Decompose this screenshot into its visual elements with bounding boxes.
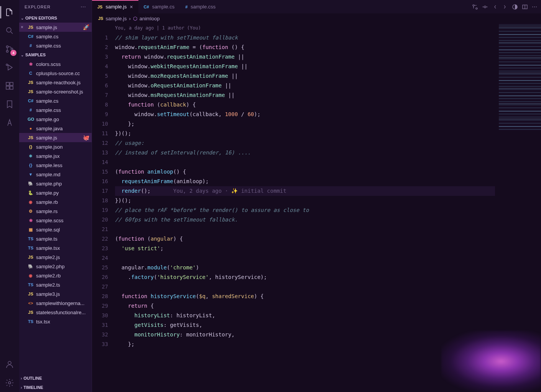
compare-changes-icon[interactable]: [472, 4, 478, 10]
code-line[interactable]: };: [115, 340, 495, 349]
file-tree-item[interactable]: 🐘sample2.php: [19, 262, 92, 271]
code-line[interactable]: [115, 282, 495, 292]
file-tree-item[interactable]: ⚙sample.rs: [19, 207, 92, 216]
file-tree-item[interactable]: GOsample.go: [19, 115, 92, 124]
file-tree-item[interactable]: JSsample2.js: [19, 253, 92, 262]
file-name: tsx.tsx: [36, 319, 50, 325]
file-tree-item[interactable]: ▦sample.sql: [19, 225, 92, 234]
explorer-activity[interactable]: [0, 3, 19, 21]
file-tree-item[interactable]: JSsample-reacthook.js: [19, 78, 92, 87]
atlassian-activity[interactable]: [0, 113, 19, 132]
bookmarks-activity[interactable]: [0, 95, 19, 113]
code-line[interactable]: [115, 253, 495, 263]
file-name: sample-screenshot.js: [36, 89, 83, 95]
file-tree-item[interactable]: C#sample.cs: [19, 96, 92, 105]
breadcrumb[interactable]: JS sample.js › ⬡ animloop: [92, 13, 541, 23]
editor-tab[interactable]: C#sample.cs: [138, 0, 180, 13]
code-line[interactable]: render(); You, 2 days ago · ✨ initial co…: [115, 186, 495, 196]
code-line[interactable]: window.requestAnimFrame = (function () {: [115, 43, 495, 52]
accounts-activity[interactable]: [0, 355, 19, 374]
sidebar-more-icon[interactable]: ⋯: [81, 4, 86, 10]
file-tree-item[interactable]: 🐍sample.py: [19, 188, 92, 197]
code-line[interactable]: getVisits: getVisits,: [115, 320, 495, 330]
search-activity[interactable]: [0, 21, 19, 40]
code-line[interactable]: (function animloop() {: [115, 167, 495, 177]
file-name: sample.cs: [36, 98, 59, 104]
file-tree-item[interactable]: TStsx.tsx: [19, 317, 92, 326]
code-line[interactable]: window.msRequestAnimationFrame ||: [115, 90, 495, 100]
file-tree-item[interactable]: TSsample2.ts: [19, 280, 92, 289]
file-tree-item[interactable]: JSsample-screenshot.js: [19, 87, 92, 96]
split-editor-icon[interactable]: [522, 4, 528, 10]
code-line[interactable]: })();: [115, 196, 495, 205]
file-tree-item[interactable]: ❀sample.scss: [19, 216, 92, 225]
code-line[interactable]: return window.requestAnimationFrame ||: [115, 52, 495, 62]
file-tree-item[interactable]: JSstatelessfunctionalre...: [19, 308, 92, 317]
debug-activity[interactable]: [0, 58, 19, 77]
code-line[interactable]: historyList: historyList,: [115, 311, 495, 320]
editor-tab[interactable]: #sample.css: [180, 0, 221, 13]
code-line[interactable]: monitorHistory: monitorHistory,: [115, 330, 495, 340]
file-tree-item[interactable]: JSsample.js🐙: [19, 133, 92, 142]
code-line[interactable]: requestAnimFrame(animloop);: [115, 177, 495, 186]
file-tree-item[interactable]: ●sample.java: [19, 124, 92, 133]
file-tree-item[interactable]: ▼sample.md: [19, 170, 92, 179]
code-line[interactable]: .factory('historyService', historyServic…: [115, 272, 495, 282]
file-tree-item[interactable]: ⚛sample.jsx: [19, 151, 92, 161]
code-line[interactable]: angular.module('chrome'): [115, 263, 495, 272]
code-line[interactable]: [115, 225, 495, 234]
file-tree-item[interactable]: 🐘sample.php: [19, 179, 92, 188]
file-tree-item[interactable]: {}sample.less: [19, 161, 92, 170]
scm-activity[interactable]: 4: [0, 40, 19, 58]
code-line[interactable]: // instead of setInterval(render, 16) ..…: [115, 148, 495, 157]
close-icon[interactable]: ×: [21, 25, 23, 30]
code-line[interactable]: // place the rAF *before* the render() t…: [115, 205, 495, 215]
editor-tab[interactable]: JSsample.js×: [92, 0, 138, 13]
code-line[interactable]: [115, 157, 495, 167]
minimap[interactable]: [499, 23, 541, 131]
code-line[interactable]: function (callback) {: [115, 100, 495, 110]
close-icon[interactable]: ×: [130, 4, 133, 10]
code-line[interactable]: (function (angular) {: [115, 234, 495, 244]
file-tree-item[interactable]: ❀colors.scss: [19, 59, 92, 69]
file-tree-item[interactable]: <>samplewithlongerna...: [19, 299, 92, 308]
git-commit-icon[interactable]: [482, 4, 488, 10]
toggle-aside-icon[interactable]: [512, 4, 518, 10]
open-editors-section[interactable]: ⌄ OPEN EDITORS: [19, 13, 92, 23]
outline-section[interactable]: › OUTLINE: [19, 374, 92, 383]
next-change-icon[interactable]: [502, 4, 508, 10]
folder-section[interactable]: ⌄ SAMPLES: [19, 50, 92, 59]
code-editor[interactable]: 1234567891011121314151617181920212223242…: [92, 23, 541, 392]
file-tree-item[interactable]: #sample.css: [19, 105, 92, 115]
file-tree-item[interactable]: Ccplusplus-source.cc: [19, 69, 92, 78]
file-name: samplewithlongerna...: [36, 300, 84, 306]
file-tree-item[interactable]: ◉sample2.rb: [19, 271, 92, 280]
file-tree-item[interactable]: {}sample.json: [19, 142, 92, 151]
code-line[interactable]: window.webkitRequestAnimationFrame ||: [115, 62, 495, 71]
code-line[interactable]: // shim layer with setTimeout fallback: [115, 33, 495, 43]
file-tree-item[interactable]: ◉sample.rb: [19, 197, 92, 207]
extensions-activity[interactable]: [0, 77, 19, 95]
open-editors-list: ×JSsample.js🚀C#sample.cs#sample.css: [19, 23, 92, 50]
file-tree-item[interactable]: TSsample.tsx: [19, 243, 92, 253]
open-editor-item[interactable]: #sample.css: [19, 41, 92, 50]
more-actions-icon[interactable]: ⋯: [532, 4, 537, 10]
code-line[interactable]: // 60fps with the setTimeout fallback.: [115, 215, 495, 225]
code-line[interactable]: // usage:: [115, 138, 495, 148]
open-editor-item[interactable]: ×JSsample.js🚀: [19, 23, 92, 32]
file-tree-item[interactable]: TSsample.ts: [19, 234, 92, 243]
code-line[interactable]: return {: [115, 301, 495, 311]
codelens[interactable]: You, a day ago | 1 author (You): [115, 23, 495, 33]
prev-change-icon[interactable]: [492, 4, 498, 10]
file-tree-item[interactable]: JSsample3.js: [19, 289, 92, 299]
code-line[interactable]: })();: [115, 129, 495, 138]
code-line[interactable]: window.oRequestAnimationFrame ||: [115, 81, 495, 90]
code-line[interactable]: window.setTimeout(callback, 1000 / 60);: [115, 110, 495, 119]
code-line[interactable]: };: [115, 119, 495, 129]
timeline-section[interactable]: › TIMELINE: [19, 383, 92, 392]
code-line[interactable]: 'use strict';: [115, 244, 495, 253]
open-editor-item[interactable]: C#sample.cs: [19, 32, 92, 41]
code-line[interactable]: window.mozRequestAnimationFrame ||: [115, 71, 495, 81]
settings-activity[interactable]: [0, 374, 19, 392]
code-line[interactable]: function historyService($q, sharedServic…: [115, 292, 495, 301]
